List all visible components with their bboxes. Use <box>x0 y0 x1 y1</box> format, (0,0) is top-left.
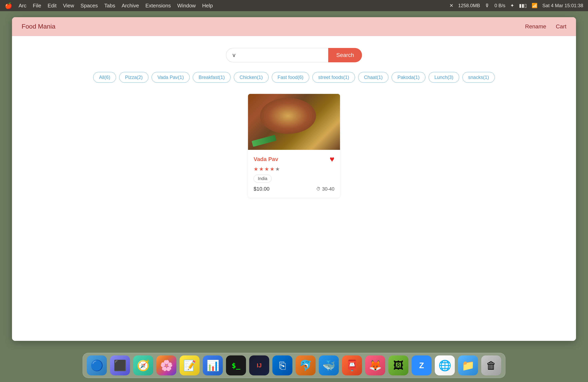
search-bar: Search <box>226 48 362 62</box>
dock-chrome[interactable]: 🌐 <box>435 355 455 375</box>
food-card-image <box>248 94 340 150</box>
dock-finder[interactable]: 🔵 <box>87 355 107 375</box>
dock-vscode[interactable]: ⎘ <box>273 355 293 375</box>
food-card-vada-pav: Vada Pav ♥ ★ ★ ★ ★ ★ India $10.00 ⏱ <box>248 94 340 198</box>
dock-files[interactable]: 📁 <box>458 355 478 375</box>
clock: Sat 4 Mar 15:01:38 <box>542 3 583 8</box>
network-speed: 0 B/s <box>494 3 505 8</box>
bluetooth-icon: ✦ <box>510 3 514 8</box>
food-time: ⏱ 30-40 <box>316 186 335 192</box>
filter-street-foods[interactable]: street foods(1) <box>312 72 355 83</box>
dock: 🔵 ⬛ 🧭 🌸 📝 📊 $_ IJ ⎘ 🐬 🐳 <box>83 353 505 378</box>
search-button[interactable]: Search <box>328 48 362 62</box>
menu-edit[interactable]: Edit <box>48 3 57 9</box>
rename-button[interactable]: Rename <box>525 23 546 30</box>
dock-photos[interactable]: 🌸 <box>156 355 176 375</box>
menu-spaces[interactable]: Spaces <box>81 3 98 9</box>
filter-pakoda[interactable]: Pakoda(1) <box>392 72 425 83</box>
memory-usage: 1258.0MB <box>458 3 480 8</box>
dock-area: 🔵 ⬛ 🧭 🌸 📝 📊 $_ IJ ⎘ 🐬 🐳 <box>0 350 588 382</box>
clock-icon: ⏱ <box>316 186 321 191</box>
favorite-button[interactable]: ♥ <box>330 155 335 164</box>
filter-chaat[interactable]: Chaat(1) <box>358 72 388 83</box>
star-3: ★ <box>264 166 269 172</box>
mic-icon: 🎙 <box>485 3 490 8</box>
menu-window[interactable]: Window <box>177 3 196 9</box>
menu-file[interactable]: File <box>33 3 41 9</box>
menu-archive[interactable]: Archive <box>122 3 139 9</box>
menu-extensions[interactable]: Extensions <box>146 3 171 9</box>
dock-zoom[interactable]: Z <box>412 355 432 375</box>
battery-icon: ▮▮▯ <box>519 3 527 8</box>
star-1: ★ <box>253 166 258 172</box>
search-container: Search <box>21 48 567 62</box>
star-2: ★ <box>259 166 264 172</box>
filter-fast-food[interactable]: Fast food(6) <box>272 72 309 83</box>
menu-arc[interactable]: Arc <box>19 3 26 9</box>
dock-notes[interactable]: 📝 <box>180 355 200 375</box>
stars-row: ★ ★ ★ ★ ★ <box>253 166 335 172</box>
dock-trash[interactable]: 🗑 <box>481 355 501 375</box>
cards-container: Vada Pav ♥ ★ ★ ★ ★ ★ India $10.00 ⏱ <box>21 94 567 198</box>
filter-pizza[interactable]: Pizza(2) <box>119 72 148 83</box>
filter-lunch[interactable]: Lunch(3) <box>429 72 459 83</box>
dock-postman[interactable]: 📮 <box>342 355 362 375</box>
dock-preview[interactable]: 🖼 <box>388 355 408 375</box>
dock-safari[interactable]: 🧭 <box>133 355 153 375</box>
dock-anteater[interactable]: 🦊 <box>365 355 385 375</box>
dock-intellij[interactable]: IJ <box>249 355 269 375</box>
food-title: Vada Pav <box>253 156 278 162</box>
filter-snacks[interactable]: snacks(1) <box>462 72 495 83</box>
menu-help[interactable]: Help <box>202 3 213 9</box>
dock-docker[interactable]: 🐳 <box>319 355 339 375</box>
title-row: Vada Pav ♥ <box>253 155 335 164</box>
header-actions: Rename Cart <box>525 23 567 30</box>
menubar-right: ✕ 1258.0MB 🎙 0 B/s ✦ ▮▮▯ 📶 Sat 4 Mar 15:… <box>449 3 583 8</box>
food-card-body: Vada Pav ♥ ★ ★ ★ ★ ★ India $10.00 ⏱ <box>248 150 340 198</box>
filter-breakfast[interactable]: Breakfast(1) <box>193 72 231 83</box>
filter-vada-pav[interactable]: Vada Pav(1) <box>152 72 189 83</box>
apple-menu[interactable]: 🍎 <box>5 2 12 9</box>
cart-button[interactable]: Cart <box>556 23 567 30</box>
app-logo: Food Mania <box>21 23 55 30</box>
star-5: ★ <box>275 166 280 172</box>
menu-view[interactable]: View <box>63 3 74 9</box>
dock-launchpad[interactable]: ⬛ <box>110 355 130 375</box>
filter-chicken[interactable]: Chicken(1) <box>234 72 269 83</box>
close-icon: ✕ <box>449 3 453 8</box>
star-4: ★ <box>270 166 274 172</box>
menubar: 🍎 Arc File Edit View Spaces Tabs Archive… <box>0 0 588 11</box>
filter-all[interactable]: All(6) <box>93 72 116 83</box>
browser-window: Food Mania Rename Cart Search All(6) Piz… <box>12 17 576 341</box>
vada-pav-illustration <box>248 94 340 150</box>
food-tag: India <box>253 175 272 183</box>
wifi-icon: 📶 <box>532 3 538 8</box>
main-content: Search All(6) Pizza(2) Vada Pav(1) Break… <box>12 36 576 341</box>
card-footer: $10.00 ⏱ 30-40 <box>253 186 335 192</box>
dock-terminal[interactable]: $_ <box>226 355 246 375</box>
menu-tabs[interactable]: Tabs <box>104 3 115 9</box>
time-value: 30-40 <box>322 186 335 192</box>
food-price: $10.00 <box>253 186 270 192</box>
search-input[interactable] <box>226 48 328 62</box>
app-header: Food Mania Rename Cart <box>12 17 576 36</box>
dock-mysql[interactable]: 🐬 <box>295 355 315 375</box>
dock-keynote[interactable]: 📊 <box>203 355 223 375</box>
filter-container: All(6) Pizza(2) Vada Pav(1) Breakfast(1)… <box>21 72 567 83</box>
